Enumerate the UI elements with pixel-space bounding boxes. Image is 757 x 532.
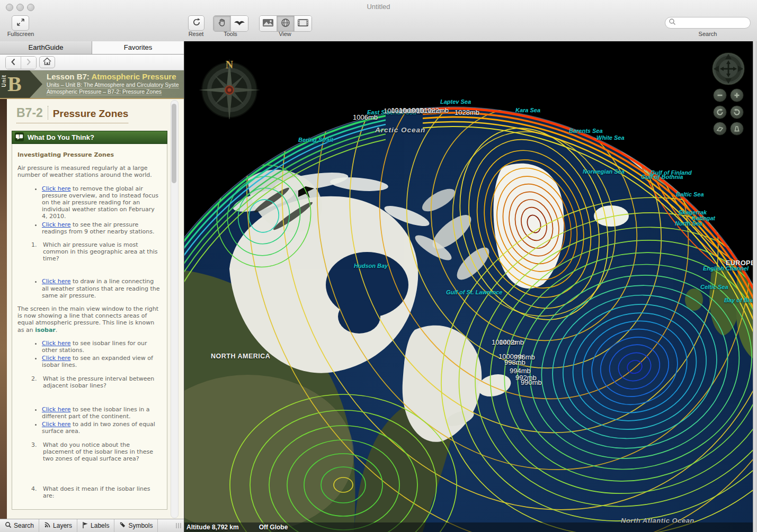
fullscreen-icon [15,17,26,30]
continent-label-europe: EUROPE [726,259,753,267]
toolbar-search-field[interactable] [665,17,751,29]
hand-icon [217,17,227,30]
svg-text:!: ! [19,133,20,139]
list-item: Click here to see the air pressure readi… [42,221,161,235]
pan-control[interactable] [711,52,745,86]
rotate-clockwise-button[interactable] [713,105,727,119]
click-here-link[interactable]: Click here [42,185,71,192]
sidebar-tabs: EarthGuide Favorites [0,41,184,55]
reset-button[interactable] [188,15,204,31]
click-here-link[interactable]: Click here [42,278,71,285]
fly-tool-button[interactable] [231,16,248,31]
guide-heading: Investigating Pressure Zones [17,151,161,158]
question-bubble-icon: ! [15,132,24,143]
compass-rose[interactable]: N [198,56,261,119]
breadcrumb-line-2[interactable]: Atmospheric Pressure – B7-2: Pressure Zo… [47,88,183,95]
list-item: Click here to see an expanded view of is… [42,355,161,368]
view-segmented-control [259,15,312,32]
search-icon [669,18,676,28]
page-code: B7-2 [16,106,48,120]
pan-tool-button[interactable] [213,16,231,31]
compass-north-label: N [226,59,234,70]
fullscreen-label: Fullscreen [0,31,41,37]
click-here-link[interactable]: Click here [42,406,71,413]
sea-label: North Sea [675,220,702,227]
pressure-label: 1022mb [424,106,449,114]
reset-label: Reset [180,31,212,37]
tag-icon [119,521,126,530]
movie-view-button[interactable] [295,16,311,31]
forward-chevron-icon [26,58,31,68]
map-view-button[interactable] [260,16,277,31]
window-chrome: Untitled Fullscreen Reset Tools View Sea… [0,0,757,42]
list-item: Click here to see the isobar lines in a … [42,406,161,420]
sea-label: Laptev Sea [440,98,471,105]
tab-search[interactable]: Search [0,519,39,532]
scrollbar-thumb[interactable] [172,104,176,183]
globe-status-bar: Altitude 8,792 km Off Globe [184,522,753,532]
search-input[interactable] [676,19,757,27]
question-1: 1.Which air pressure value is most commo… [17,241,161,263]
tilt-up-button[interactable] [730,122,744,136]
sea-label: Baltic Sea [676,191,704,197]
question-3: 3.What do you notice about the placement… [17,441,161,463]
view-label: View [259,31,311,37]
what-do-you-think-header: ! What Do You Think? [12,131,167,144]
sea-label: Bering Strait [298,137,333,143]
search-label: Search [665,31,751,37]
tab-favorites[interactable]: Favorites [92,41,184,54]
sea-label: White Sea [596,134,625,141]
click-here-link[interactable]: Click here [42,340,71,347]
list-item: Click here to remove the global air pres… [42,185,161,220]
forward-button[interactable] [21,57,36,69]
pressure-label: 1006mb [353,113,378,121]
fullscreen-button[interactable] [12,15,29,31]
rotate-counterclockwise-button[interactable] [730,105,744,119]
film-icon [297,19,309,29]
zoom-in-button[interactable] [730,88,744,102]
question-4a: a.close together (i.e. zone 1)? [17,508,161,510]
pressure-label: 1028mb [455,109,479,116]
tab-labels[interactable]: Labels [77,519,114,532]
click-here-link[interactable]: Click here [42,421,71,428]
zoom-out-button[interactable] [713,88,727,102]
ocean-label-arctic: Arctic Ocean [375,126,425,134]
page-heading: B7-2Pressure Zones [16,106,128,123]
sea-label: Barents Sea [569,128,603,134]
home-icon [42,57,52,68]
bullet-list: Click here to see the isobar lines in a … [17,406,161,435]
continent-label-north-america: NORTH AMERICA [211,353,270,360]
click-here-link[interactable]: Click here [42,355,71,362]
resize-grip[interactable] [175,519,184,532]
tilt-down-button[interactable] [713,122,727,136]
globe-view-button[interactable] [277,16,295,31]
window-right-scrollbar[interactable] [753,41,757,532]
sidebar-scrollbar[interactable] [171,100,179,518]
isobar-paragraph: The screen in the main view window to th… [17,305,161,333]
list-item: Click here to draw in a line connecting … [42,278,161,299]
list-item: Click here to add in two zones of equal … [42,421,161,435]
bullet-list: Click here to remove the global air pres… [17,185,161,235]
tab-layers[interactable]: Layers [39,519,77,532]
isobar-term: isobar [35,327,56,333]
pressure-label: 998mb [504,358,526,366]
pressure-label: 990mb [521,378,542,386]
tab-earthguide[interactable]: EarthGuide [0,41,92,54]
question-4: 4.What does it mean if the isobar lines … [17,485,161,499]
globe-view[interactable]: Laptev Sea Kara Sea East Siberian Sea Be… [184,41,753,532]
globe-icon [280,17,291,30]
tab-symbols[interactable]: Symbols [114,519,158,532]
guide-intro: Air pressure is measured regularly at a … [17,165,161,178]
sea-label: Gulf of Bothnia [641,174,683,180]
bird-icon [234,19,245,29]
pressure-label: 1002mb [499,338,524,346]
guide-text-box: Investigating Pressure Zones Air pressur… [12,144,167,510]
unit-chevron: Unit B [0,70,42,98]
breadcrumb-line-1[interactable]: Units – Unit B: The Atmosphere and Circu… [47,82,183,88]
home-button[interactable] [39,56,55,68]
sea-label: Kara Sea [515,107,540,113]
back-button[interactable] [6,57,21,69]
click-here-link[interactable]: Click here [42,221,71,228]
window-title: Untitled [0,0,757,13]
tools-segmented-control [213,15,248,32]
